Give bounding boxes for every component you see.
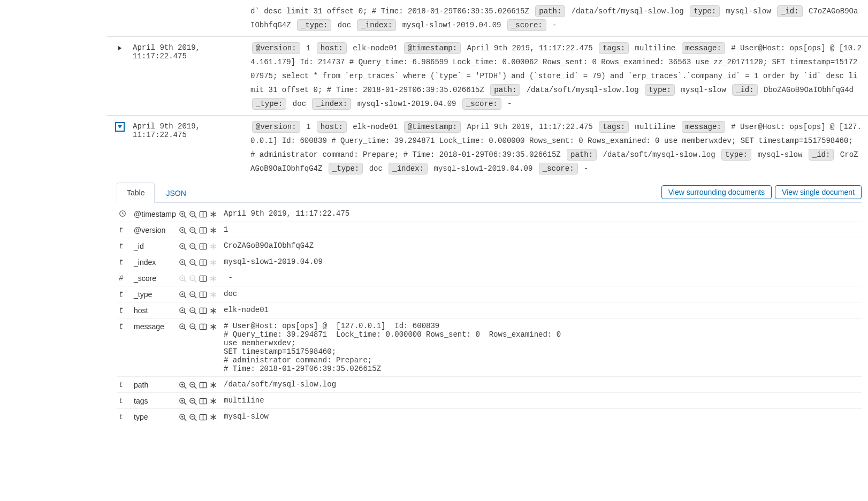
filter-for-value-icon[interactable]	[179, 210, 187, 218]
toggle-column-icon[interactable]	[199, 275, 207, 283]
field-value: mysql-slow	[224, 412, 859, 421]
filter-out-value-icon[interactable]	[189, 259, 197, 267]
field-value: CroZAGoB9OaIObhfqG4Z	[224, 241, 859, 250]
field-name: @version	[134, 225, 179, 234]
source-field-key: @version:	[252, 42, 300, 54]
filter-exists-icon[interactable]	[209, 397, 217, 405]
svg-line-50	[184, 280, 186, 282]
tab-json[interactable]: JSON	[156, 183, 196, 203]
field-actions	[179, 225, 224, 234]
source-field-key: path:	[535, 5, 565, 17]
toggle-column-icon[interactable]	[199, 413, 207, 421]
filter-out-value-icon[interactable]	[189, 210, 197, 218]
filter-exists-icon[interactable]	[209, 323, 217, 331]
filter-for-value-icon[interactable]	[179, 226, 187, 234]
filter-out-value-icon[interactable]	[189, 242, 197, 250]
filter-out-value-icon[interactable]	[189, 291, 197, 299]
field-value: 1	[224, 225, 859, 234]
field-actions	[179, 209, 224, 218]
field-name: tags	[134, 396, 179, 405]
field-actions	[179, 380, 224, 389]
svg-line-2	[184, 216, 186, 218]
filter-exists-icon[interactable]	[209, 413, 217, 421]
view-single-document-button[interactable]: View single document	[775, 185, 862, 199]
svg-line-14	[184, 232, 186, 234]
toggle-column-icon[interactable]	[199, 259, 207, 267]
filter-exists-icon[interactable]	[209, 307, 217, 315]
source-field-key: tags:	[599, 121, 629, 133]
source-field-value: doc	[288, 100, 310, 108]
source-field-value: multiline	[630, 123, 680, 131]
filter-for-value-icon[interactable]	[179, 291, 187, 299]
filter-for-value-icon[interactable]	[179, 307, 187, 315]
field-type-icon: t	[119, 380, 134, 389]
svg-line-62	[184, 296, 186, 298]
detail-tabbar: Table JSON View surrounding documents Vi…	[117, 182, 862, 203]
expand-toggle[interactable]	[115, 43, 125, 53]
filter-exists-icon[interactable]	[209, 226, 217, 234]
source-field-value: mysql-slow	[721, 7, 775, 16]
toggle-column-icon[interactable]	[199, 397, 207, 405]
filter-exists-icon[interactable]	[209, 210, 217, 218]
source-field-key: type:	[690, 5, 720, 17]
filter-out-value-icon[interactable]	[189, 397, 197, 405]
field-row: tpath/data/soft/mysql-slow.log	[117, 376, 862, 392]
field-actions	[179, 241, 224, 250]
field-row: ttagsmultiline	[117, 392, 862, 408]
filter-out-value-icon[interactable]	[189, 307, 197, 315]
toggle-column-icon[interactable]	[199, 323, 207, 331]
svg-line-86	[184, 328, 186, 330]
source-field-value: /data/soft/mysql-slow.log	[598, 150, 720, 159]
filter-for-value-icon[interactable]	[179, 323, 187, 331]
source-field-value: -	[548, 21, 557, 29]
source-field-value: mysql-slow	[753, 150, 807, 159]
field-type-icon: t	[119, 306, 134, 315]
filter-out-value-icon[interactable]	[189, 323, 197, 331]
timestamp-cell: April 9th 2019, 11:17:22.475	[133, 120, 250, 176]
source-field-key: host:	[317, 42, 347, 54]
filter-for-value-icon[interactable]	[179, 259, 187, 267]
toggle-column-icon[interactable]	[199, 210, 207, 218]
filter-for-value-icon[interactable]	[179, 413, 187, 421]
svg-line-38	[184, 264, 186, 266]
svg-line-6	[194, 216, 196, 218]
svg-line-66	[194, 296, 196, 298]
field-row: t_idCroZAGoB9OaIObhfqG4Z	[117, 238, 862, 254]
source-field-key: path:	[567, 149, 597, 161]
tab-table[interactable]: Table	[117, 183, 155, 203]
toggle-column-icon[interactable]	[199, 381, 207, 389]
filter-out-value-icon[interactable]	[189, 413, 197, 421]
field-row: t@version1	[117, 222, 862, 238]
field-value: /data/soft/mysql-slow.log	[224, 380, 859, 389]
field-row: t_typedoc	[117, 286, 862, 302]
source-field-value: mysql-slow1-2019.04.09	[398, 21, 506, 29]
filter-for-value-icon[interactable]	[179, 381, 187, 389]
field-value: elk-node01	[224, 306, 859, 314]
field-value: mysql-slow1-2019.04.09	[224, 257, 859, 266]
source-field-value: elk-node01	[348, 123, 402, 131]
view-surrounding-documents-button[interactable]: View surrounding documents	[661, 185, 772, 199]
field-type-icon: t	[119, 257, 134, 267]
svg-line-122	[184, 419, 186, 421]
source-field-key: tags:	[599, 42, 629, 54]
collapse-toggle[interactable]	[115, 122, 125, 132]
document-row: April 9th 2019, 11:17:22.475@version: 1 …	[107, 115, 868, 180]
svg-line-30	[194, 248, 196, 250]
toggle-column-icon[interactable]	[199, 242, 207, 250]
source-field-key: _index:	[357, 19, 396, 31]
filter-for-value-icon[interactable]	[179, 242, 187, 250]
filter-for-value-icon[interactable]	[179, 397, 187, 405]
toggle-column-icon[interactable]	[199, 307, 207, 315]
field-type-icon: t	[119, 396, 134, 405]
filter-out-value-icon[interactable]	[189, 381, 197, 389]
filter-out-value-icon[interactable]	[189, 226, 197, 234]
filter-exists-icon[interactable]	[209, 381, 217, 389]
field-type-icon	[119, 209, 134, 217]
toggle-column-icon[interactable]	[199, 226, 207, 234]
source-field-value: multiline	[630, 44, 680, 52]
source-field-value: doc	[364, 164, 387, 173]
field-type-icon: #	[119, 274, 134, 283]
toggle-column-icon[interactable]	[199, 291, 207, 299]
field-name: host	[134, 306, 179, 315]
source-field-key: @timestamp:	[404, 42, 461, 54]
